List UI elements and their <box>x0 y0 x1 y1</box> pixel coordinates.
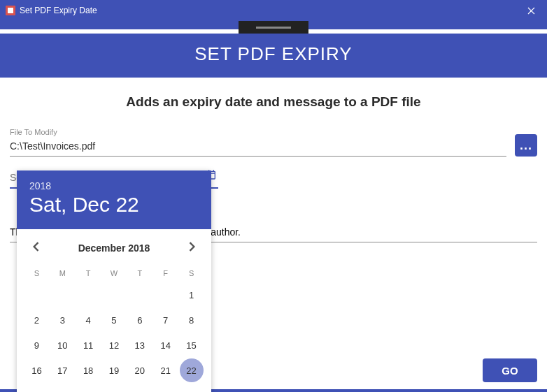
dp-dow: S <box>24 265 50 282</box>
dp-day[interactable]: 15 <box>180 333 204 357</box>
dp-day[interactable]: 14 <box>154 333 178 357</box>
file-input[interactable] <box>10 138 506 157</box>
dp-day[interactable]: 10 <box>50 333 74 357</box>
dp-day[interactable]: 1 <box>180 283 204 307</box>
app-title: SET PDF EXPIRY <box>0 43 547 65</box>
dp-grid: SMTWTFS123456789101112131415161718192021… <box>17 262 211 392</box>
titlebar: Set PDF Expiry Date <box>0 0 547 21</box>
dp-day[interactable]: 17 <box>50 358 74 382</box>
dp-dow: T <box>76 265 101 282</box>
dp-day-empty <box>76 283 100 307</box>
dp-day[interactable]: 4 <box>76 308 100 332</box>
close-button[interactable] <box>515 0 547 21</box>
dp-dow: S <box>178 265 204 282</box>
dp-day[interactable]: 22 <box>180 358 204 382</box>
dp-day[interactable]: 29 <box>180 384 204 392</box>
page-subtitle: Adds an expiry date and message to a PDF… <box>7 94 540 110</box>
dp-day[interactable]: 7 <box>154 308 178 332</box>
drag-handle[interactable] <box>239 21 308 34</box>
dp-day[interactable]: 6 <box>128 308 152 332</box>
dp-month-label: December 2018 <box>78 242 150 254</box>
dp-day[interactable]: 2 <box>24 308 48 332</box>
browse-button[interactable]: ... <box>515 134 537 157</box>
go-button[interactable]: GO <box>483 358 537 382</box>
dp-day[interactable]: 19 <box>102 358 126 382</box>
dp-dow: W <box>101 265 127 282</box>
dp-day[interactable]: 9 <box>24 333 48 357</box>
dp-day[interactable]: 3 <box>50 308 74 332</box>
date-picker: 2018 Sat, Dec 22 December 2018 SMTWTFS12… <box>17 170 211 392</box>
dp-day-empty <box>128 283 152 307</box>
dp-year[interactable]: 2018 <box>29 180 199 191</box>
dp-day-empty <box>154 283 178 307</box>
dp-day[interactable]: 5 <box>102 308 126 332</box>
file-label: File To Modify <box>10 128 506 136</box>
next-month-button[interactable] <box>186 239 199 256</box>
dp-day[interactable]: 13 <box>128 333 152 357</box>
dp-day[interactable]: 23 <box>24 384 48 392</box>
dp-dow: M <box>50 265 76 282</box>
chevron-right-icon <box>189 242 196 252</box>
dp-day[interactable]: 26 <box>102 384 126 392</box>
dp-day[interactable]: 25 <box>76 384 100 392</box>
dp-day[interactable]: 21 <box>154 358 178 382</box>
window-title: Set PDF Expiry Date <box>20 6 515 15</box>
app-header: SET PDF EXPIRY <box>0 21 547 78</box>
dp-selected-date: Sat, Dec 22 <box>29 193 199 217</box>
dp-day[interactable]: 27 <box>128 384 152 392</box>
dp-day[interactable]: 18 <box>76 358 100 382</box>
close-icon <box>527 7 535 15</box>
dp-day-empty <box>50 283 74 307</box>
dp-day[interactable]: 16 <box>24 358 48 382</box>
dp-day-empty <box>102 283 126 307</box>
dp-day[interactable]: 28 <box>154 384 178 392</box>
dp-dow: T <box>127 265 152 282</box>
dp-day-empty <box>24 283 48 307</box>
dp-day[interactable]: 8 <box>180 308 204 332</box>
chevron-left-icon <box>32 242 39 252</box>
dp-day[interactable]: 12 <box>102 333 126 357</box>
dp-day[interactable]: 24 <box>50 384 74 392</box>
dp-day[interactable]: 11 <box>76 333 100 357</box>
dp-day[interactable]: 20 <box>128 358 152 382</box>
app-icon <box>6 6 15 15</box>
prev-month-button[interactable] <box>29 239 42 256</box>
dp-dow: F <box>152 265 178 282</box>
